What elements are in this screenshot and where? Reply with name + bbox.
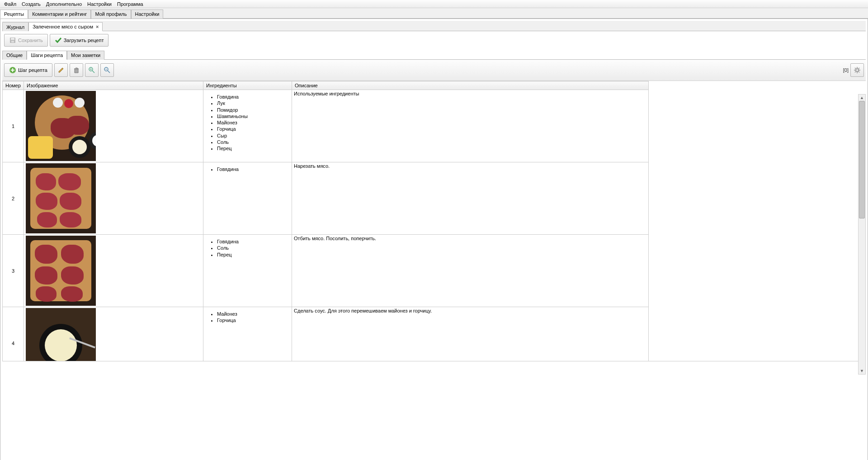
ingredient-item: Сыр: [217, 133, 290, 139]
settings-gear-button[interactable]: [850, 63, 864, 77]
ingredient-item: Майонез: [217, 119, 290, 126]
vertical-scrollbar[interactable]: ▲ ▼: [858, 94, 866, 375]
ingredient-item: Говядина: [217, 238, 290, 245]
save-label: Сохранить: [18, 38, 43, 43]
recipe-tabs: Общие Шаги рецепта Мои заметки: [2, 50, 866, 60]
ingredient-item: Горчица: [217, 317, 290, 323]
edit-step-button[interactable]: [54, 63, 68, 77]
svg-rect-1: [11, 38, 14, 40]
steps-table-wrap: Номер Изображение Ингредиенты Описание 1…: [2, 81, 866, 361]
step-image-cell: [24, 235, 203, 307]
trash-icon: [73, 66, 80, 74]
content-panel: Журнал Запеченное мясо с сыром × Сохрани…: [0, 19, 868, 460]
delete-step-button[interactable]: [70, 63, 83, 77]
scroll-thumb[interactable]: [859, 101, 865, 218]
scroll-up-icon[interactable]: ▲: [859, 95, 865, 101]
counter-label: [0]: [843, 67, 849, 73]
tab-steps[interactable]: Шаги рецепта: [27, 51, 67, 60]
table-row[interactable]: 2ГовядинаНарезать мясо.: [3, 162, 649, 235]
tab-journal[interactable]: Журнал: [2, 22, 28, 31]
ingredient-item: Перец: [217, 251, 290, 258]
col-image[interactable]: Изображение: [24, 81, 203, 90]
zoom-out-icon: [104, 66, 111, 74]
step-ingredients-cell: МайонезГорчица: [203, 307, 292, 362]
step-number: 1: [3, 90, 24, 162]
zoom-in-icon: [88, 66, 95, 74]
ingredient-item: Шампиньоны: [217, 113, 290, 119]
ingredient-item: Перец: [217, 145, 290, 152]
step-description-cell: Нарезать мясо.: [292, 162, 649, 235]
menu-program[interactable]: Программа: [114, 1, 146, 7]
close-icon[interactable]: ×: [96, 24, 99, 29]
col-number[interactable]: Номер: [3, 81, 24, 90]
sub-tabs: Журнал Запеченное мясо с сыром ×: [2, 21, 866, 31]
step-number: 3: [3, 235, 24, 307]
tab-settings-main[interactable]: Настройки: [131, 9, 164, 19]
add-step-button[interactable]: Шаг рецепта: [4, 63, 52, 77]
svg-point-6: [856, 69, 859, 71]
ingredient-item: Горчица: [217, 126, 290, 132]
main-tabs: Рецепты Комментарии и рейтинг Мой профил…: [0, 8, 868, 19]
toolbar: Сохранить Загрузить рецепт: [2, 31, 866, 49]
step-number: 2: [3, 162, 24, 235]
gear-icon: [853, 66, 861, 74]
step-image-cell: [24, 162, 203, 235]
zoom-out-button[interactable]: [100, 63, 114, 77]
ingredient-item: Соль: [217, 139, 290, 145]
tab-profile[interactable]: Мой профиль: [91, 9, 131, 19]
step-number: 4: [3, 307, 24, 362]
menu-extra[interactable]: Дополнительно: [43, 1, 85, 7]
menu-create[interactable]: Создать: [19, 1, 43, 7]
col-ingredients[interactable]: Ингредиенты: [203, 81, 292, 90]
step-image-cell: [24, 307, 203, 362]
step-ingredients-cell: Говядина: [203, 162, 292, 235]
ingredient-item: Соль: [217, 245, 290, 251]
edit-icon: [57, 66, 65, 74]
steps-table: Номер Изображение Ингредиенты Описание 1…: [2, 81, 649, 361]
table-row[interactable]: 3ГовядинаСольПерецОтбить мясо. Посолить,…: [3, 235, 649, 307]
load-label: Загрузить рецепт: [64, 38, 104, 43]
step-ingredients-cell: ГовядинаСольПерец: [203, 235, 292, 307]
menu-bar: Файл Создать Дополнительно Настройки Про…: [0, 0, 868, 8]
svg-rect-2: [11, 41, 14, 43]
tab-baked-meat-label: Запеченное мясо с сыром: [33, 24, 93, 29]
step-image-cell: [24, 90, 203, 162]
table-row[interactable]: 1ГовядинаЛукПомидорШампиньоныМайонезГорч…: [3, 90, 649, 162]
ingredient-item: Помидор: [217, 107, 290, 113]
load-recipe-button[interactable]: Загрузить рецепт: [50, 34, 109, 47]
step-description-cell: Сделать соус. Для этого перемешиваем май…: [292, 307, 649, 362]
ingredient-item: Говядина: [217, 166, 290, 172]
tab-general[interactable]: Общие: [2, 51, 27, 60]
menu-file[interactable]: Файл: [1, 1, 19, 7]
add-step-label: Шаг рецепта: [18, 67, 47, 73]
tab-notes[interactable]: Мои заметки: [67, 51, 104, 60]
zoom-in-button[interactable]: [85, 63, 99, 77]
ingredient-item: Майонез: [217, 311, 290, 317]
check-icon: [55, 37, 62, 44]
save-button[interactable]: Сохранить: [4, 34, 48, 47]
ingredient-item: Говядина: [217, 94, 290, 100]
step-ingredients-cell: ГовядинаЛукПомидорШампиньоныМайонезГорчи…: [203, 90, 292, 162]
tab-baked-meat[interactable]: Запеченное мясо с сыром ×: [28, 22, 103, 31]
col-description[interactable]: Описание: [292, 81, 649, 90]
plus-icon: [9, 66, 16, 74]
tab-comments[interactable]: Комментарии и рейтинг: [28, 9, 91, 19]
tab-recipes[interactable]: Рецепты: [0, 9, 28, 19]
scroll-down-icon[interactable]: ▼: [859, 368, 865, 374]
ingredient-item: Лук: [217, 100, 290, 106]
menu-settings[interactable]: Настройки: [85, 1, 114, 7]
table-row[interactable]: 4МайонезГорчицаСделать соус. Для этого п…: [3, 307, 649, 362]
save-icon: [9, 37, 16, 44]
step-description-cell: Отбить мясо. Посолить, поперчить.: [292, 235, 649, 307]
step-description-cell: Используемые ингредиенты: [292, 90, 649, 162]
action-toolbar: Шаг рецепта [0]: [2, 60, 866, 81]
